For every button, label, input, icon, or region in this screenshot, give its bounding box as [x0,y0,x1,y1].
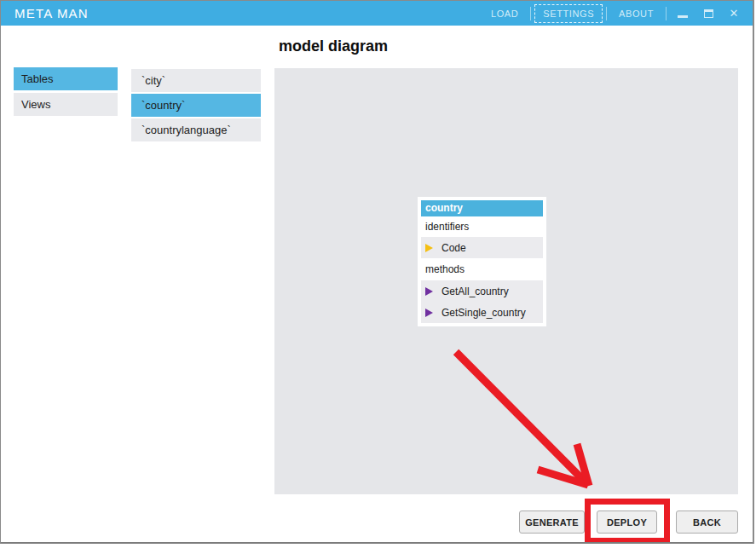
titlebar-separator [606,7,607,20]
titlebar-settings-button[interactable]: SETTINGS [534,4,603,23]
table-list-item-city[interactable]: `city` [131,69,261,92]
sidebar-item-tables[interactable]: Tables [14,67,118,90]
entity-row-getall-country[interactable]: GetAll_country [421,280,543,302]
titlebar-separator [666,7,667,20]
titlebar-about-button[interactable]: ABOUT [610,5,662,22]
maximize-icon [704,9,713,18]
identifier-arrow-icon [425,244,433,252]
entity-row-label: Code [441,242,466,254]
app-title: META MAN [14,1,89,26]
page-title: model diagram [279,37,388,55]
entity-title: country [421,200,543,216]
maximize-button[interactable] [695,1,721,26]
title-bar: META MAN LOAD SETTINGS ABOUT ✕ [1,1,753,26]
back-button[interactable]: BACK [676,511,738,534]
entity-section-methods: methods [421,258,543,280]
close-icon: ✕ [730,8,739,19]
entity-row-label: GetAll_country [441,286,509,297]
minimize-icon [678,15,688,18]
sidebar-item-views[interactable]: Views [14,93,118,116]
generate-button[interactable]: GENERATE [519,511,585,534]
minimize-button[interactable] [670,1,695,26]
entity-row-code[interactable]: Code [421,237,543,258]
titlebar-load-button[interactable]: LOAD [482,5,527,22]
entity-section-identifiers: identifiers [421,216,543,237]
titlebar-menu: LOAD SETTINGS ABOUT ✕ [482,1,747,26]
deploy-button[interactable]: DEPLOY [597,511,657,534]
entity-row-getsingle-country[interactable]: GetSingle_country [421,302,543,323]
app-window: META MAN LOAD SETTINGS ABOUT ✕ model dia… [0,0,756,548]
method-arrow-icon [425,287,433,296]
method-arrow-icon [425,309,433,317]
entity-country[interactable]: country identifiers Code methods GetAll_… [418,197,546,326]
entity-row-label: GetSingle_country [441,307,526,319]
close-button[interactable]: ✕ [721,1,747,26]
table-list-item-countrylanguage[interactable]: `countrylanguage` [131,118,261,141]
titlebar-separator [530,7,531,20]
diagram-canvas: country identifiers Code methods GetAll_… [274,68,738,494]
table-list-item-country[interactable]: `country` [131,94,261,117]
